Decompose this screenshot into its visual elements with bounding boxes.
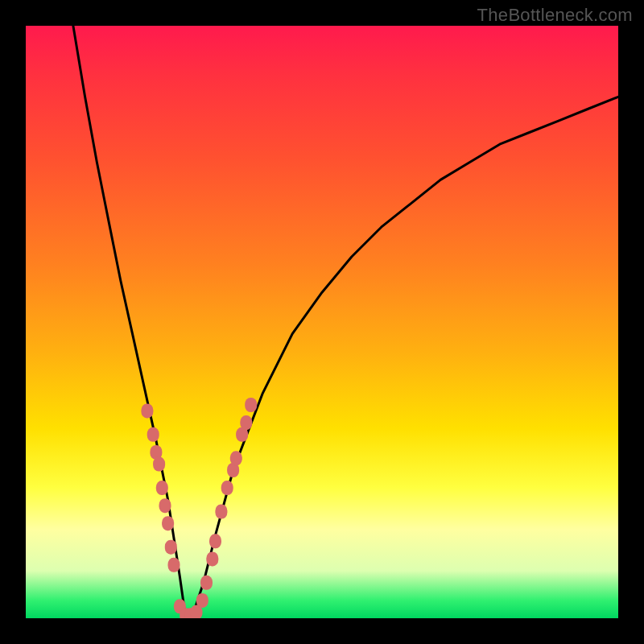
watermark-text: TheBottleneck.com [477, 5, 633, 26]
plot-area [26, 26, 618, 618]
chart-frame: TheBottleneck.com [0, 0, 644, 644]
